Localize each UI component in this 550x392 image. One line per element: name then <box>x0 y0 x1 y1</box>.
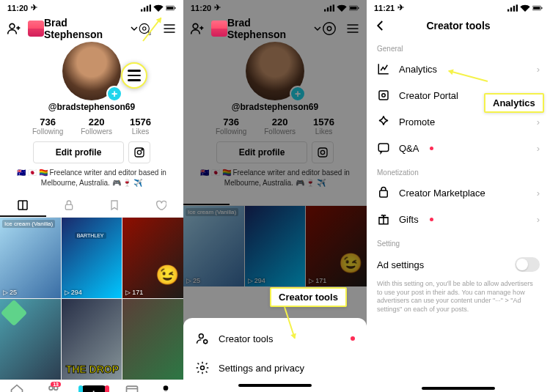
svg-rect-33 <box>507 9 509 11</box>
avatar[interactable]: + <box>62 42 121 100</box>
tab-liked[interactable] <box>138 195 184 217</box>
status-bar: 11:20 ✈ <box>0 0 183 14</box>
views-icon[interactable] <box>321 21 337 37</box>
signal-icon <box>324 4 334 12</box>
section-general: General <box>367 37 550 56</box>
svg-point-31 <box>204 340 208 344</box>
row-marketplace[interactable]: Creator Marketplace› <box>367 180 550 206</box>
notification-dot-icon <box>430 218 433 221</box>
svg-point-32 <box>201 366 205 370</box>
battery-icon <box>532 4 543 12</box>
page-title: Creator tools <box>426 20 490 32</box>
svg-rect-20 <box>330 5 331 11</box>
gift-icon[interactable] <box>28 21 44 37</box>
stat-following[interactable]: 736Following <box>32 117 63 136</box>
row-qa[interactable]: Q&A› <box>367 135 550 161</box>
screen-profile: 11:20 ✈ Brad Stephenson 8 + @bradstephen… <box>0 0 183 392</box>
qa-icon <box>377 141 390 155</box>
marketplace-icon <box>377 186 390 199</box>
handle: @bradstephenson69 <box>0 102 183 112</box>
tab-private[interactable] <box>46 195 92 217</box>
svg-point-26 <box>323 23 336 35</box>
row-ad-settings[interactable]: Ad settings <box>367 251 550 278</box>
back-button[interactable] <box>374 19 387 32</box>
sheet-settings[interactable]: Settings and privacy <box>183 353 367 382</box>
stat-followers[interactable]: 220Followers <box>81 117 112 136</box>
svg-point-41 <box>382 94 386 97</box>
person-gear-icon <box>195 331 210 346</box>
tab-saved[interactable] <box>92 195 138 217</box>
home-indicator <box>238 384 312 387</box>
stat-likes[interactable]: 1576Likes <box>130 117 151 136</box>
nav-inbox[interactable]: Inbox <box>125 383 139 392</box>
thumb[interactable]: 😉▷ 171 <box>122 218 183 298</box>
video-grid: Ice cream (Vanilla)▷ 25 BARTHLEY▷ 294 😉▷… <box>0 218 183 380</box>
hamburger-highlight[interactable] <box>121 62 147 89</box>
ad-settings-label: Ad settings <box>377 259 424 270</box>
promote-icon <box>377 115 390 128</box>
svg-point-27 <box>327 26 331 31</box>
thumb[interactable] <box>122 299 183 380</box>
avatar-add-icon[interactable]: + <box>290 86 306 102</box>
svg-point-15 <box>54 387 57 391</box>
svg-rect-21 <box>333 4 334 11</box>
svg-rect-28 <box>318 148 327 157</box>
gift-icon[interactable] <box>211 21 227 37</box>
section-monetization: Monetization <box>367 161 550 180</box>
nav-compose[interactable]: + <box>81 385 107 392</box>
menu-icon[interactable] <box>345 21 361 37</box>
svg-rect-42 <box>378 144 389 152</box>
svg-point-17 <box>164 386 169 391</box>
svg-rect-34 <box>510 7 512 11</box>
avatar[interactable]: + <box>246 42 304 100</box>
username-dropdown[interactable]: Brad Stephenson <box>44 17 138 40</box>
sheet-creator-tools[interactable]: Creator tools <box>183 324 367 353</box>
status-bar: 11:20✈ <box>183 0 367 14</box>
section-setting: Setting <box>367 232 550 251</box>
row-analytics[interactable]: Analytics › <box>367 56 550 82</box>
instagram-button[interactable] <box>128 141 150 163</box>
svg-point-9 <box>143 27 146 30</box>
edit-profile-button[interactable]: Edit profile <box>216 141 308 163</box>
ad-settings-toggle[interactable] <box>515 257 540 272</box>
wifi-icon <box>337 4 347 12</box>
svg-rect-24 <box>358 7 359 8</box>
menu-icon[interactable] <box>161 21 177 37</box>
username-dropdown[interactable]: Brad Stephenson <box>227 17 321 40</box>
thumb[interactable] <box>0 299 61 380</box>
svg-rect-36 <box>516 4 518 11</box>
svg-point-14 <box>49 387 53 391</box>
nav-home[interactable]: Home <box>9 383 24 392</box>
battery-icon <box>349 4 359 12</box>
friends-badge: 13 <box>51 382 61 387</box>
analytics-icon <box>377 62 390 75</box>
avatar-add-icon[interactable]: + <box>106 86 122 102</box>
svg-point-12 <box>142 149 142 150</box>
row-gifts[interactable]: Gifts› <box>367 206 550 232</box>
svg-point-29 <box>321 150 325 154</box>
svg-point-11 <box>138 150 142 154</box>
gear-icon <box>195 360 210 375</box>
notification-dot-icon <box>430 147 433 150</box>
nav-profile[interactable]: Profile <box>158 383 175 392</box>
tab-grid[interactable] <box>0 195 46 217</box>
add-friend-icon[interactable] <box>189 21 205 37</box>
instagram-button[interactable] <box>312 141 334 163</box>
thumb[interactable]: BARTHLEY▷ 294 <box>62 218 122 298</box>
screen-creator-tools: 11:21✈ Creator tools General Analytics ›… <box>367 0 550 392</box>
svg-rect-13 <box>65 204 72 210</box>
thumb[interactable]: THE DROP <box>62 299 122 380</box>
home-indicator <box>422 387 495 390</box>
thumb[interactable]: Ice cream (Vanilla)▷ 25 <box>0 218 61 298</box>
add-friend-icon[interactable] <box>6 21 22 37</box>
screen-sheet: 11:20✈ Brad Stephenson + @bradstephenson… <box>183 0 367 392</box>
notification-dot-icon <box>351 336 355 341</box>
nav-friends[interactable]: Friends13 <box>43 383 62 392</box>
svg-rect-18 <box>324 9 326 11</box>
edit-profile-button[interactable]: Edit profile <box>33 141 125 163</box>
display-name: Brad Stephenson <box>44 17 128 40</box>
ad-settings-desc: With this setting on, you'll be able to … <box>367 278 550 314</box>
svg-rect-39 <box>541 7 542 8</box>
chevron-down-icon <box>314 25 321 32</box>
content-tabs <box>0 195 183 218</box>
